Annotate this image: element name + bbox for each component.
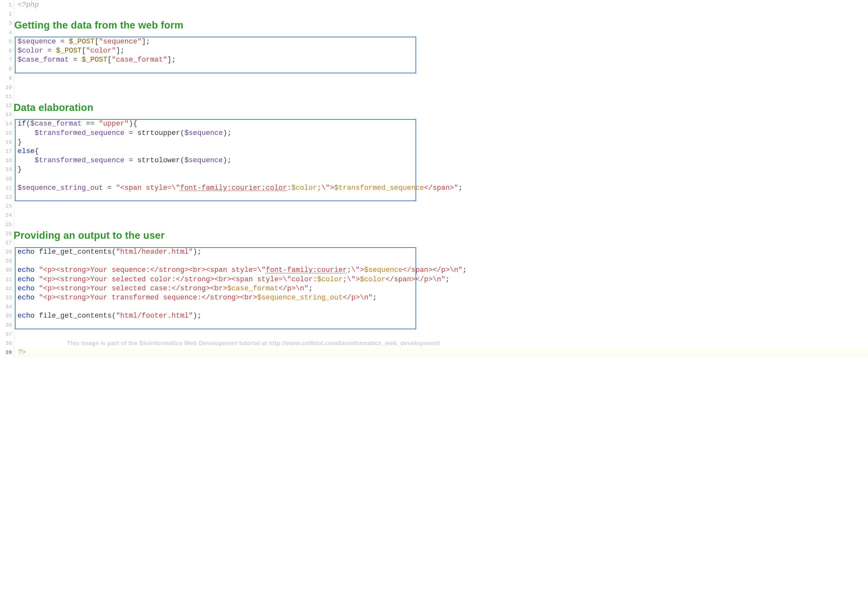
line-number: 23 (0, 202, 14, 211)
line-number: 29 (0, 257, 14, 266)
line-number: 21 (0, 184, 14, 193)
code-line[interactable] (18, 65, 868, 74)
section-heading-2: Data elaboration (14, 101, 95, 114)
line-number: 19 (0, 165, 14, 174)
line-number: 10 (0, 83, 14, 92)
code-line[interactable] (18, 74, 868, 83)
watermark-text: This image is part of the Bioinformatics… (67, 339, 440, 347)
code-line[interactable]: echo "<p><strong>Your selected color:</s… (18, 275, 868, 284)
line-number: 14 (0, 119, 14, 129)
line-number: 16 (0, 138, 14, 147)
code-line[interactable]: echo file_get_contents("html/header.html… (18, 247, 868, 257)
code-line[interactable]: ?> (18, 348, 868, 357)
line-number: 3 (0, 19, 14, 28)
line-number: 34 (0, 302, 14, 311)
code-line[interactable]: echo "<p><strong>Your selected case:</st… (18, 284, 868, 293)
line-number: 37 (0, 330, 14, 339)
code-line[interactable]: else{ (18, 147, 868, 156)
line-number: 27 (0, 238, 14, 247)
code-line[interactable]: if($case_format == "upper"){ (18, 119, 868, 129)
line-number: 15 (0, 129, 14, 138)
code-line[interactable]: echo file_get_contents("html/footer.html… (18, 311, 868, 321)
line-number: 17 (0, 147, 14, 156)
line-number: 22 (0, 193, 14, 202)
code-line[interactable]: echo "<p><strong>Your sequence:</strong>… (18, 266, 868, 275)
code-line[interactable]: $color = $_POST["color"]; (18, 46, 868, 55)
code-line[interactable]: } (18, 165, 868, 174)
line-number: 28 (0, 247, 14, 257)
line-number: 1 (0, 1, 14, 10)
code-line[interactable] (18, 257, 868, 266)
line-number: 24 (0, 211, 14, 220)
line-number: 2 (0, 10, 14, 19)
code-line[interactable] (18, 110, 868, 119)
line-number: 5 (0, 37, 14, 46)
line-number: 6 (0, 46, 14, 55)
line-number: 25 (0, 220, 14, 229)
code-line[interactable] (18, 10, 868, 19)
line-number: 39 (0, 348, 14, 357)
php-open-tag: <?php (18, 1, 39, 9)
line-number: 33 (0, 293, 14, 302)
code-line[interactable]: $sequence = $_POST["sequence"]; (18, 37, 868, 46)
code-line[interactable]: $transformed_sequence = strtolower($sequ… (18, 156, 868, 165)
code-line[interactable]: <?php (18, 1, 868, 10)
line-number: 32 (0, 284, 14, 293)
code-line[interactable]: } (18, 138, 868, 147)
line-number-gutter: 1234567891011121314151617181920212223242… (0, 0, 14, 357)
code-line[interactable]: $transformed_sequence = strtoupper($sequ… (18, 129, 868, 138)
section-heading-1: Getting the data from the web form (14, 19, 185, 32)
line-number: 18 (0, 156, 14, 165)
line-number: 8 (0, 65, 14, 74)
line-number: 7 (0, 55, 14, 65)
code-line[interactable] (18, 83, 868, 92)
code-editor-area[interactable]: Getting the data from the web form Data … (14, 0, 868, 357)
line-number: 11 (0, 92, 14, 101)
line-number: 30 (0, 266, 14, 275)
line-number: 4 (0, 28, 14, 37)
line-number: 31 (0, 275, 14, 284)
code-line[interactable] (18, 175, 868, 184)
code-line[interactable]: echo "<p><strong>Your transformed sequen… (18, 293, 868, 302)
code-line[interactable] (18, 220, 868, 229)
code-line[interactable]: $sequence_string_out = "<span style=\"fo… (18, 184, 868, 193)
code-line[interactable] (18, 321, 868, 330)
line-number: 26 (0, 229, 14, 238)
line-number: 20 (0, 175, 14, 184)
line-number: 35 (0, 311, 14, 321)
code-line[interactable]: $case_format = $_POST["case_format"]; (18, 55, 868, 65)
code-line[interactable] (18, 330, 868, 339)
code-line[interactable] (18, 92, 868, 101)
line-number: 9 (0, 74, 14, 83)
line-number: 38 (0, 339, 14, 348)
line-number: 36 (0, 321, 14, 330)
code-line[interactable] (18, 211, 868, 220)
code-line[interactable] (18, 302, 868, 311)
line-number: 13 (0, 110, 14, 119)
section-heading-3: Providing an output to the user (14, 229, 167, 242)
code-line[interactable] (18, 202, 868, 211)
line-number: 12 (0, 101, 14, 110)
code-line[interactable] (18, 193, 868, 202)
code-line[interactable] (18, 101, 868, 110)
php-close-tag: ?> (18, 348, 26, 357)
